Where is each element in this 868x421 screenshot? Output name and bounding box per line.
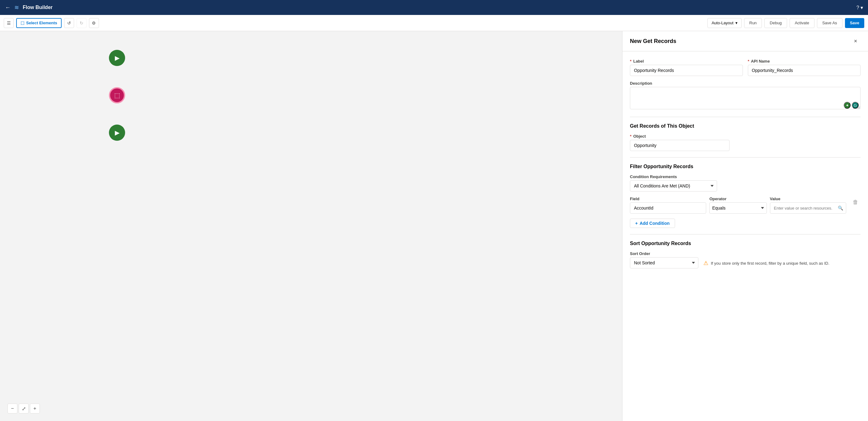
- fit-view-icon: ⤢: [22, 406, 26, 412]
- label-required-star: *: [630, 59, 631, 63]
- filter-section-title: Filter Opportunity Records: [630, 164, 861, 170]
- field-input[interactable]: [630, 202, 706, 214]
- api-name-input[interactable]: [748, 65, 861, 76]
- ai-assist-icon[interactable]: ✦: [844, 102, 850, 109]
- object-field-label: * Object: [630, 134, 861, 139]
- value-col-label: Value: [770, 197, 846, 201]
- debug-label: Debug: [770, 21, 781, 25]
- operator-col-label: Operator: [709, 197, 767, 201]
- help-button[interactable]: ? ▾: [857, 5, 863, 10]
- grammarly-icon[interactable]: G: [852, 102, 859, 109]
- sort-order-label: Sort Order: [630, 251, 861, 256]
- activate-button[interactable]: Activate: [789, 18, 814, 28]
- debug-button[interactable]: Debug: [764, 18, 787, 28]
- object-group: * Object: [630, 134, 861, 151]
- field-col: Field: [630, 197, 706, 214]
- flow-node-second[interactable]: ▶: [109, 125, 125, 141]
- sort-section: Sort Opportunity Records Sort Order Not …: [630, 241, 861, 268]
- textarea-icons: ✦ G: [844, 102, 859, 109]
- settings-icon: ⚙: [92, 21, 96, 26]
- field-col-label: Field: [630, 197, 706, 201]
- value-input-wrapper: 🔍: [770, 202, 846, 214]
- search-icon: 🔍: [838, 206, 843, 210]
- object-section-title: Get Records of This Object: [630, 123, 861, 129]
- toggle-panel-icon: ☰: [7, 21, 11, 26]
- save-button[interactable]: Save: [845, 18, 864, 28]
- flow-node-action[interactable]: ⬚: [109, 87, 125, 103]
- fit-view-button[interactable]: ⤢: [19, 403, 29, 414]
- label-field-label: * Label: [630, 59, 743, 63]
- close-icon: ×: [854, 38, 858, 44]
- toolbar: ☰ ⬚ Select Elements ↺ ↻ ⚙ Auto-Layout ▾ …: [0, 15, 868, 31]
- condition-row-1: Field Operator EqualsNot Equal ToContain…: [630, 197, 861, 214]
- canvas[interactable]: ▶ ⬚ ▶ − ⤢ + New Get Records × *: [0, 31, 868, 421]
- description-textarea[interactable]: [630, 87, 861, 109]
- save-as-button[interactable]: Save As: [817, 18, 842, 28]
- canvas-controls: − ⤢ +: [7, 403, 40, 414]
- value-input[interactable]: [770, 202, 846, 214]
- zoom-out-icon: −: [11, 406, 14, 411]
- delete-condition-button[interactable]: 🗑: [850, 197, 861, 208]
- delete-icon: 🗑: [853, 199, 858, 206]
- panel-body: * Label * API Name Description: [622, 51, 868, 421]
- api-name-field-label: * API Name: [748, 59, 861, 63]
- description-group: Description ✦ G: [630, 81, 861, 111]
- operator-col: Operator EqualsNot Equal ToContainsDoes …: [709, 197, 767, 214]
- value-col: Value 🔍: [770, 197, 846, 214]
- help-dropdown-icon: ▾: [861, 5, 863, 10]
- undo-icon: ↺: [67, 21, 71, 26]
- label-api-row: * Label * API Name: [630, 59, 861, 76]
- top-bar: ← ≋ Flow Builder ? ▾: [0, 0, 868, 15]
- object-input[interactable]: [630, 140, 730, 151]
- condition-requirements-label: Condition Requirements: [630, 174, 861, 179]
- save-as-label: Save As: [822, 21, 837, 25]
- auto-layout-dropdown-icon: ▾: [736, 21, 738, 25]
- auto-layout-button[interactable]: Auto-Layout ▾: [707, 18, 741, 28]
- zoom-out-button[interactable]: −: [7, 403, 18, 414]
- activate-label: Activate: [795, 21, 809, 25]
- sort-section-title: Sort Opportunity Records: [630, 241, 861, 246]
- panel-close-button[interactable]: ×: [850, 36, 861, 46]
- sort-order-select[interactable]: Not SortedAscendingDescending: [630, 257, 699, 268]
- toggle-panel-button[interactable]: ☰: [4, 18, 14, 28]
- add-condition-icon: +: [635, 221, 638, 226]
- warning-text: If you store only the first record, filt…: [711, 261, 829, 266]
- get-records-panel: New Get Records × * Label * API N: [622, 31, 868, 421]
- filter-section: Filter Opportunity Records Condition Req…: [630, 164, 861, 228]
- select-elements-icon: ⬚: [21, 21, 24, 25]
- panel-header: New Get Records ×: [622, 31, 868, 51]
- undo-button[interactable]: ↺: [64, 18, 74, 28]
- top-bar-right: ? ▾: [857, 5, 863, 10]
- panel-title: New Get Records: [630, 38, 676, 44]
- select-elements-label: Select Elements: [26, 21, 57, 25]
- ai-icon-symbol: ✦: [845, 103, 849, 108]
- delete-col: 🗑: [849, 197, 861, 208]
- description-label: Description: [630, 81, 861, 86]
- zoom-in-button[interactable]: +: [30, 403, 40, 414]
- back-button[interactable]: ←: [5, 4, 10, 11]
- grammarly-symbol: G: [854, 103, 857, 108]
- flow-icon: ≋: [14, 4, 19, 11]
- redo-button[interactable]: ↻: [76, 18, 87, 28]
- api-name-group: * API Name: [748, 59, 861, 76]
- operator-select[interactable]: EqualsNot Equal ToContainsDoes Not Conta…: [709, 202, 767, 214]
- zoom-in-icon: +: [33, 406, 36, 411]
- add-condition-button[interactable]: + Add Condition: [630, 219, 675, 228]
- condition-requirements-select[interactable]: All Conditions Are Met (AND)Any Conditio…: [630, 180, 717, 191]
- run-button[interactable]: Run: [744, 18, 762, 28]
- run-label: Run: [749, 21, 757, 25]
- select-elements-button[interactable]: ⬚ Select Elements: [16, 18, 62, 28]
- condition-requirements-group: Condition Requirements All Conditions Ar…: [630, 174, 861, 191]
- app-title: Flow Builder: [23, 5, 53, 10]
- divider-1: [630, 117, 861, 117]
- back-icon: ←: [5, 4, 10, 11]
- description-wrapper: ✦ G: [630, 87, 861, 111]
- add-condition-label: Add Condition: [640, 221, 670, 226]
- label-input[interactable]: [630, 65, 743, 76]
- settings-button[interactable]: ⚙: [89, 18, 99, 28]
- object-required-star: *: [630, 134, 631, 139]
- label-group: * Label: [630, 59, 743, 76]
- auto-layout-label: Auto-Layout: [711, 21, 733, 25]
- flow-node-start[interactable]: ▶: [109, 50, 125, 66]
- api-required-star: *: [748, 59, 749, 63]
